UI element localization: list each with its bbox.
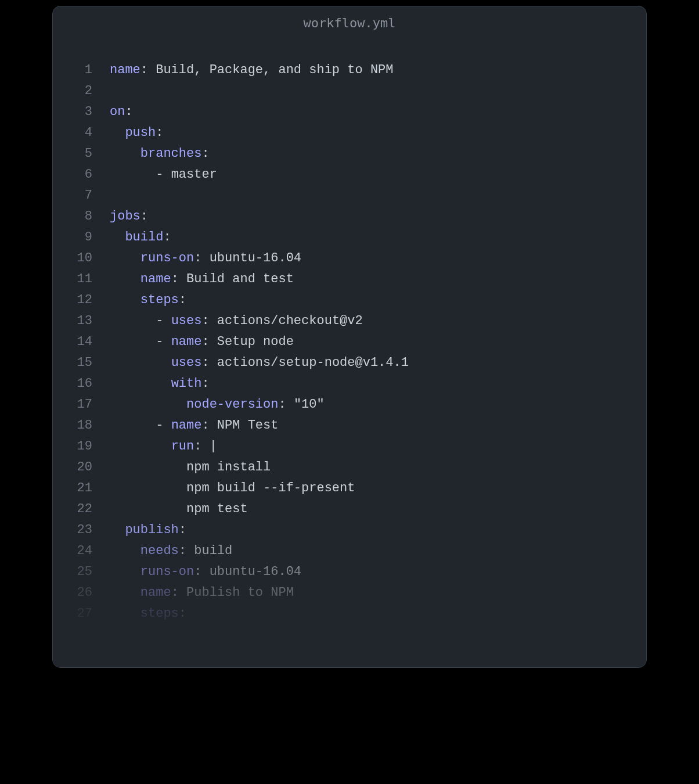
line-number: 7 [64, 185, 92, 206]
line-content[interactable]: node-version: "10" [92, 394, 325, 415]
line-content[interactable]: runs-on: ubuntu-16.04 [92, 562, 301, 582]
line-number: 12 [64, 290, 92, 311]
line-number: 3 [64, 102, 92, 123]
code-line[interactable]: 17 node-version: "10" [64, 394, 635, 415]
line-number: 21 [64, 478, 92, 499]
line-content[interactable]: jobs: [92, 206, 148, 227]
line-number: 17 [64, 394, 92, 415]
line-content[interactable]: push: [92, 123, 163, 143]
code-line[interactable]: 21 npm build --if-present [64, 478, 635, 499]
line-content[interactable]: name: Build and test [92, 269, 294, 290]
line-content[interactable]: steps: [92, 290, 186, 311]
line-number: 9 [64, 227, 92, 248]
code-line[interactable]: 19 run: | [64, 436, 635, 457]
line-content[interactable]: with: [92, 373, 210, 394]
code-line[interactable]: 7 [64, 185, 635, 206]
line-number: 11 [64, 269, 92, 290]
line-content[interactable]: npm install [92, 457, 271, 478]
code-line[interactable]: 20 npm install [64, 457, 635, 478]
line-content[interactable]: needs: build [92, 541, 232, 562]
code-line[interactable]: 5 branches: [64, 143, 635, 164]
code-line[interactable]: 14 - name: Setup node [64, 332, 635, 353]
code-line[interactable]: 27 steps: [64, 603, 635, 624]
line-number: 19 [64, 436, 92, 457]
code-line[interactable]: 1name: Build, Package, and ship to NPM [64, 60, 635, 81]
code-editor[interactable]: 1name: Build, Package, and ship to NPM23… [53, 39, 646, 667]
line-content[interactable]: branches: [92, 143, 210, 164]
line-number: 4 [64, 123, 92, 143]
line-content[interactable]: - master [92, 164, 217, 185]
line-number: 23 [64, 520, 92, 541]
line-number: 13 [64, 311, 92, 332]
line-number: 2 [64, 81, 92, 102]
line-content[interactable]: name: Publish to NPM [92, 582, 294, 603]
window-title: workflow.yml [53, 6, 646, 39]
line-number: 14 [64, 332, 92, 353]
code-line[interactable]: 25 runs-on: ubuntu-16.04 [64, 562, 635, 582]
line-number: 10 [64, 248, 92, 269]
code-line[interactable]: 15 uses: actions/setup-node@v1.4.1 [64, 353, 635, 373]
line-number: 24 [64, 541, 92, 562]
code-line[interactable]: 23 publish: [64, 520, 635, 541]
line-content[interactable]: - name: Setup node [92, 332, 294, 353]
line-content[interactable]: npm build --if-present [92, 478, 355, 499]
code-line[interactable]: 12 steps: [64, 290, 635, 311]
line-content[interactable]: runs-on: ubuntu-16.04 [92, 248, 301, 269]
line-number: 26 [64, 582, 92, 603]
line-content[interactable]: uses: actions/setup-node@v1.4.1 [92, 353, 409, 373]
code-line[interactable]: 26 name: Publish to NPM [64, 582, 635, 603]
line-number: 18 [64, 415, 92, 436]
line-number: 27 [64, 603, 92, 624]
code-line[interactable]: 24 needs: build [64, 541, 635, 562]
line-number: 25 [64, 562, 92, 582]
code-line[interactable]: 18 - name: NPM Test [64, 415, 635, 436]
code-line[interactable]: 3on: [64, 102, 635, 123]
line-content[interactable]: steps: [92, 603, 186, 624]
code-line[interactable]: 2 [64, 81, 635, 102]
line-content[interactable]: run: | [92, 436, 217, 457]
line-content[interactable]: npm test [92, 499, 248, 520]
line-number: 8 [64, 206, 92, 227]
line-content[interactable]: build: [92, 227, 171, 248]
code-line[interactable]: 9 build: [64, 227, 635, 248]
line-number: 16 [64, 373, 92, 394]
line-content[interactable]: - name: NPM Test [92, 415, 278, 436]
code-line[interactable]: 6 - master [64, 164, 635, 185]
line-number: 6 [64, 164, 92, 185]
line-number: 22 [64, 499, 92, 520]
code-line[interactable]: 4 push: [64, 123, 635, 143]
line-number: 1 [64, 60, 92, 81]
line-number: 5 [64, 143, 92, 164]
line-number: 20 [64, 457, 92, 478]
code-line[interactable]: 16 with: [64, 373, 635, 394]
line-content[interactable]: on: [92, 102, 133, 123]
line-content[interactable]: - uses: actions/checkout@v2 [92, 311, 363, 332]
code-line[interactable]: 11 name: Build and test [64, 269, 635, 290]
code-line[interactable]: 10 runs-on: ubuntu-16.04 [64, 248, 635, 269]
editor-window: workflow.yml 1name: Build, Package, and … [52, 6, 647, 668]
line-content[interactable]: publish: [92, 520, 186, 541]
line-content[interactable]: name: Build, Package, and ship to NPM [92, 60, 394, 81]
code-line[interactable]: 22 npm test [64, 499, 635, 520]
code-line[interactable]: 8jobs: [64, 206, 635, 227]
line-number: 15 [64, 353, 92, 373]
code-line[interactable]: 13 - uses: actions/checkout@v2 [64, 311, 635, 332]
